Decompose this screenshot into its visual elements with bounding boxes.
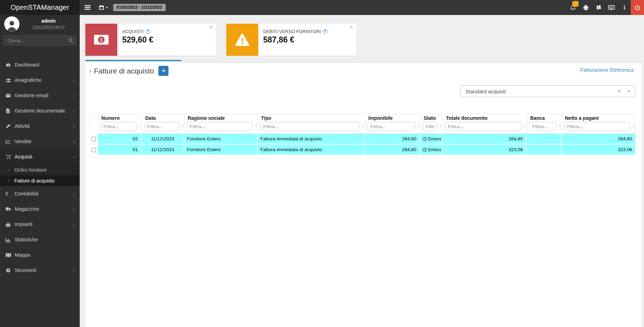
top-navbar: OpenSTAManager ▾ 01/01/2023 - 31/12/2023 bbox=[0, 0, 644, 15]
info-icon: i bbox=[623, 4, 625, 11]
sort-control[interactable]: ▲▼ bbox=[633, 124, 635, 128]
close-icon[interactable]: × bbox=[350, 24, 353, 30]
cell-ragione-sociale: Fornitore Estero bbox=[184, 134, 258, 145]
print-button[interactable] bbox=[579, 0, 592, 15]
search-input[interactable] bbox=[4, 36, 76, 45]
sidebar-item-acquisti[interactable]: Acquisti ‹ bbox=[0, 149, 80, 164]
logout-button[interactable] bbox=[631, 0, 644, 15]
table-row[interactable]: 01 11/12/2023 Fornitore Estero Fattura i… bbox=[89, 145, 635, 155]
sidebar-item-mappa[interactable]: Mappa bbox=[0, 247, 80, 263]
column-netto-a-pagare: Netto a pagare ▲▼ bbox=[562, 114, 636, 133]
sidebar-item-contabilita[interactable]: € Contabilità ‹ bbox=[0, 186, 80, 201]
sidebar-subitem-label: Fatture di acquisto bbox=[14, 178, 54, 184]
notifications-button[interactable] bbox=[566, 0, 579, 15]
help-icon[interactable]: ? bbox=[323, 29, 328, 34]
chevron-left-icon: ‹ bbox=[73, 267, 75, 273]
clock-icon bbox=[423, 148, 427, 152]
card-label-row: ACQUISTI ? bbox=[122, 29, 216, 34]
clear-icon[interactable]: × bbox=[618, 88, 621, 94]
sidebar-search bbox=[3, 35, 76, 46]
chevron-left-icon: ‹ bbox=[73, 191, 75, 197]
sort-control[interactable]: ▲▼ bbox=[417, 124, 420, 128]
sort-control[interactable]: ▲▼ bbox=[559, 124, 561, 128]
search-icon[interactable] bbox=[68, 38, 73, 43]
cell-banca bbox=[527, 145, 561, 155]
caret-down-icon[interactable]: ▾ bbox=[628, 89, 630, 94]
status-label: Emessa bbox=[428, 137, 442, 141]
row-checkbox[interactable] bbox=[92, 148, 96, 152]
filter-input-imponibile[interactable] bbox=[368, 122, 415, 131]
filter-select[interactable]: Standard acquisti × ▾ bbox=[460, 85, 635, 97]
power-icon bbox=[635, 5, 640, 10]
calendar-button[interactable]: ▾ bbox=[96, 0, 111, 15]
info-button[interactable]: i bbox=[618, 0, 631, 15]
cell-tipo: Fattura immediata di acquisto bbox=[258, 145, 365, 155]
sidebar-subitem-fatture-di-acquisto[interactable]: › Fatture di acquisto bbox=[0, 175, 80, 186]
filter-input-ragione-sociale[interactable] bbox=[187, 122, 252, 131]
sidebar-item-impianti[interactable]: Impianti ‹ bbox=[0, 217, 80, 232]
sort-control[interactable]: ▲▼ bbox=[139, 124, 141, 128]
chevron-left-icon: ‹ bbox=[73, 206, 75, 212]
sidebar-subitem-ordini-fornitore[interactable]: › Ordini fornitore bbox=[0, 164, 80, 175]
filter-input-data[interactable] bbox=[144, 122, 179, 131]
page-title: Fatture di acquisto bbox=[94, 67, 154, 75]
close-icon[interactable]: × bbox=[209, 24, 213, 30]
sort-control[interactable]: ▲▼ bbox=[255, 124, 257, 128]
filter-input-stato[interactable] bbox=[423, 122, 437, 131]
chevron-right-icon: › bbox=[8, 167, 10, 172]
spinner-icon bbox=[574, 2, 577, 6]
sidebar-menu: Dashboard Anagrafiche ‹ Gestione email ‹… bbox=[0, 57, 80, 278]
filter-input-netto-a-pagare[interactable] bbox=[564, 122, 630, 131]
shortcuts-button[interactable] bbox=[605, 0, 618, 15]
cell-tipo: Fattura immediata di acquisto bbox=[258, 134, 365, 145]
sidebar-item-gestione-documentale[interactable]: Gestione documentale ‹ bbox=[0, 103, 80, 118]
fatturazione-elettronica-link[interactable]: Fatturazione Elettronica bbox=[580, 67, 634, 73]
cell-stato: Emessa bbox=[420, 134, 442, 145]
checkbox-column-header bbox=[90, 114, 98, 133]
sidebar-item-label: Gestione documentale bbox=[15, 108, 65, 114]
chevron-left-icon: ‹ bbox=[73, 123, 75, 129]
help-icon[interactable]: ? bbox=[145, 29, 150, 34]
hamburger-menu-icon[interactable] bbox=[82, 0, 93, 15]
filter-input-numero[interactable] bbox=[101, 122, 136, 131]
tab-fatture-di-acquisto[interactable]: › Fatture di acquisto + bbox=[85, 60, 181, 80]
sidebar-item-magazzino[interactable]: Magazzino ‹ bbox=[0, 201, 80, 217]
card-label-row: DEBITI VERSO FORNITORI ? bbox=[263, 29, 356, 34]
map-icon bbox=[6, 252, 15, 258]
sort-control[interactable]: ▲▼ bbox=[524, 124, 526, 128]
login-timestamp: 13/12/2023 09:57 bbox=[19, 25, 78, 30]
cell-stato: Emessa bbox=[420, 145, 442, 155]
date-range-badge[interactable]: 01/01/2023 - 31/12/2023 bbox=[113, 4, 166, 11]
clock-icon bbox=[423, 137, 427, 141]
user-panel: admin 13/12/2023 09:57 bbox=[19, 18, 78, 30]
sort-control[interactable]: ▲▼ bbox=[440, 124, 442, 128]
sidebar-item-label: Anagrafiche bbox=[15, 77, 41, 83]
bar-chart-icon bbox=[6, 237, 15, 242]
notification-loading-badge bbox=[572, 1, 579, 7]
sidebar-item-gestione-email[interactable]: Gestione email ‹ bbox=[0, 88, 80, 103]
filter-input-tipo[interactable] bbox=[260, 122, 360, 131]
sidebar-item-vendite[interactable]: Vendite ‹ bbox=[0, 134, 80, 149]
sort-control[interactable]: ▲▼ bbox=[362, 124, 364, 128]
sidebar-item-anagrafiche[interactable]: Anagrafiche ‹ bbox=[0, 72, 80, 88]
docs-button[interactable] bbox=[592, 0, 605, 15]
cell-data: 11/12/2023 bbox=[142, 134, 184, 145]
filter-input-banca[interactable] bbox=[529, 122, 556, 131]
card-title: DEBITI VERSO FORNITORI bbox=[263, 29, 321, 34]
table-row[interactable]: 02 11/12/2023 Fornitore Estero Fattura i… bbox=[89, 134, 635, 145]
euro-icon: € bbox=[6, 191, 15, 196]
sidebar-item-label: Strumenti bbox=[15, 267, 36, 273]
cell-banca bbox=[527, 134, 561, 145]
add-invoice-button[interactable]: + bbox=[158, 66, 168, 76]
sidebar-item-strumenti[interactable]: Strumenti ‹ bbox=[0, 263, 80, 278]
sidebar-item-label: Vendite bbox=[15, 139, 31, 144]
row-checkbox[interactable] bbox=[92, 137, 96, 141]
printer-icon bbox=[583, 5, 589, 10]
filter-input-totale-documento[interactable] bbox=[445, 122, 521, 131]
sidebar-item-attivita[interactable]: Attività ‹ bbox=[0, 118, 80, 134]
sort-control[interactable]: ▲▼ bbox=[181, 124, 184, 128]
sidebar-item-statistiche[interactable]: Statistiche bbox=[0, 232, 80, 247]
sidebar-item-label: Acquisti bbox=[15, 154, 32, 159]
book-icon bbox=[596, 5, 602, 10]
sidebar-item-dashboard[interactable]: Dashboard bbox=[0, 57, 80, 72]
